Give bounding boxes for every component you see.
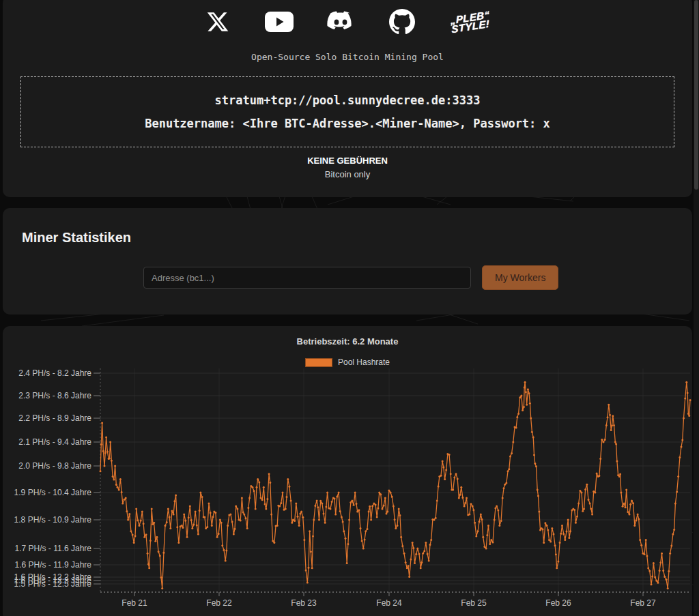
bitcoin-only-label: Bitcoin only xyxy=(3,169,692,179)
chart-title: Betriebszeit: 6.2 Monate xyxy=(3,336,692,347)
address-input[interactable] xyxy=(143,267,471,289)
svg-text:Feb 21: Feb 21 xyxy=(122,598,147,608)
plebstyle-logo[interactable]: „PLEB“ STYLE! xyxy=(448,7,492,37)
plebstyle-logo-text: „PLEB“ STYLE! xyxy=(451,10,491,33)
page-scrollbar[interactable] xyxy=(694,0,699,616)
svg-text:Feb 27: Feb 27 xyxy=(630,598,656,608)
svg-text:Feb 24: Feb 24 xyxy=(376,598,402,608)
svg-text:Feb 22: Feb 22 xyxy=(206,598,232,608)
my-workers-button[interactable]: My Workers xyxy=(482,265,558,290)
github-octocat-glyph xyxy=(389,9,415,35)
youtube-glyph xyxy=(265,12,294,32)
svg-text:1.9 PH/s - 10.4 Jahre: 1.9 PH/s - 10.4 Jahre xyxy=(14,488,92,497)
pool-hashrate-chart: Feb 21Feb 22Feb 23Feb 24Feb 25Feb 26Feb … xyxy=(3,368,692,616)
connection-info-box: stratum+tcp://pool.sunnydecree.de:3333 B… xyxy=(20,76,674,147)
hashrate-chart-card: Betriebszeit: 6.2 Monate Pool Hashrate F… xyxy=(3,326,692,616)
stratum-url: stratum+tcp://pool.sunnydecree.de:3333 xyxy=(215,93,481,107)
svg-text:2.4 PH/s - 8.2 Jahre: 2.4 PH/s - 8.2 Jahre xyxy=(18,368,91,378)
scrollbar-thumb[interactable] xyxy=(694,0,698,190)
no-fees-label: KEINE GEBÜHREN xyxy=(3,156,692,166)
legend-label: Pool Hashrate xyxy=(338,357,390,367)
svg-text:Feb 23: Feb 23 xyxy=(291,598,317,608)
svg-text:1.5 PH/s - 12.5 Jahre: 1.5 PH/s - 12.5 Jahre xyxy=(14,579,92,589)
pool-subtitle: Open-Source Solo Bitcoin Mining Pool xyxy=(3,52,692,62)
svg-text:2.0 PH/s - 9.8 Jahre: 2.0 PH/s - 9.8 Jahre xyxy=(18,461,91,471)
social-icon-row: „PLEB“ STYLE! xyxy=(3,7,692,37)
credentials-hint: Benutzername: <Ihre BTC-Adresse>.<Miner-… xyxy=(145,117,550,130)
header-card: „PLEB“ STYLE! Open-Source Solo Bitcoin M… xyxy=(3,0,692,197)
svg-text:1.6 PH/s - 11.9 Jahre: 1.6 PH/s - 11.9 Jahre xyxy=(15,560,92,570)
svg-text:1.8 PH/s - 10.9 Jahre: 1.8 PH/s - 10.9 Jahre xyxy=(14,515,92,525)
address-lookup-row: My Workers xyxy=(143,265,558,290)
discord-glyph xyxy=(327,11,354,33)
svg-text:Feb 25: Feb 25 xyxy=(461,598,487,608)
miner-stats-card: Miner Statistiken My Workers xyxy=(3,208,692,314)
svg-text:Feb 26: Feb 26 xyxy=(545,598,571,608)
svg-text:1.7 PH/s - 11.6 Jahre: 1.7 PH/s - 11.6 Jahre xyxy=(15,544,92,553)
miner-stats-title: Miner Statistiken xyxy=(22,230,131,246)
svg-text:2.3 PH/s - 8.6 Jahre: 2.3 PH/s - 8.6 Jahre xyxy=(18,391,91,400)
github-icon[interactable] xyxy=(387,7,417,37)
youtube-icon[interactable] xyxy=(264,7,294,37)
discord-icon[interactable] xyxy=(326,7,356,37)
chart-legend[interactable]: Pool Hashrate xyxy=(3,357,692,367)
x-social-icon[interactable] xyxy=(203,7,233,37)
svg-text:2.1 PH/s - 9.4 Jahre: 2.1 PH/s - 9.4 Jahre xyxy=(18,437,91,447)
x-logo-glyph xyxy=(206,10,229,33)
legend-swatch xyxy=(305,358,332,367)
svg-text:2.2 PH/s - 8.9 Jahre: 2.2 PH/s - 8.9 Jahre xyxy=(18,413,91,423)
